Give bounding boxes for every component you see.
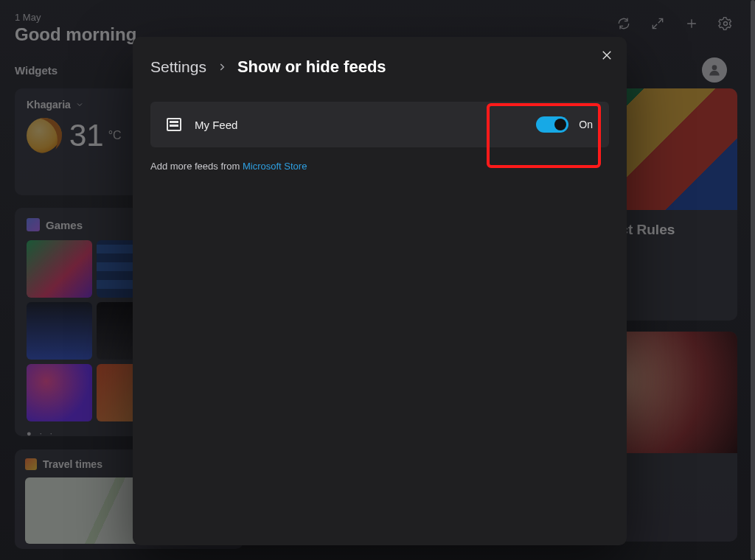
weather-unit: °C: [108, 129, 122, 142]
breadcrumb: Settings Show or hide feeds: [150, 57, 609, 77]
game-tile[interactable]: [27, 302, 92, 360]
feed-label: My Feed: [195, 119, 237, 131]
refresh-icon[interactable]: [616, 16, 631, 34]
breadcrumb-current: Show or hide feeds: [237, 57, 386, 77]
chevron-right-icon: [217, 62, 227, 72]
weather-temp: 31: [69, 118, 104, 153]
add-widget-icon[interactable]: [684, 16, 699, 34]
weather-location-text: Khagaria: [27, 99, 71, 111]
chevron-down-icon: [75, 100, 84, 109]
settings-gear-icon[interactable]: [718, 16, 733, 34]
annotation-highlight: [487, 103, 601, 168]
close-icon: [600, 49, 613, 62]
svg-point-1: [712, 65, 717, 70]
games-icon: [27, 218, 40, 231]
travel-title: Travel times: [43, 458, 102, 470]
games-title: Games: [46, 219, 83, 231]
weather-sun-icon: [27, 118, 62, 153]
scrollbar[interactable]: [751, 0, 755, 560]
svg-point-0: [724, 22, 728, 26]
feed-icon: [167, 118, 181, 131]
close-button[interactable]: [600, 49, 613, 65]
game-tile[interactable]: [27, 240, 92, 298]
expand-icon[interactable]: [650, 16, 665, 34]
microsoft-store-link[interactable]: Microsoft Store: [243, 161, 307, 172]
breadcrumb-root[interactable]: Settings: [150, 58, 206, 76]
game-tile[interactable]: [27, 364, 92, 421]
travel-icon: [25, 458, 37, 470]
avatar[interactable]: [702, 57, 727, 83]
add-more-prefix: Add more feeds from: [150, 161, 243, 172]
